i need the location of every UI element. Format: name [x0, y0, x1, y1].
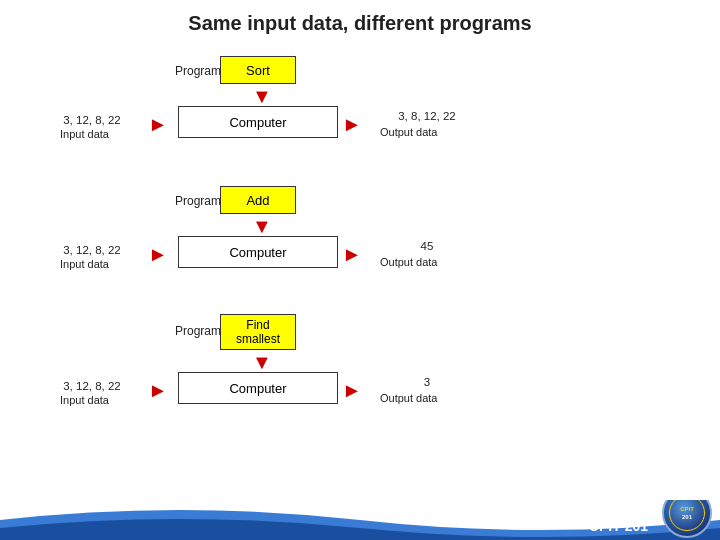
footer: CPIT 201 CPIT 201 [0, 500, 720, 540]
output-values-2: 45 [372, 240, 482, 252]
arrow-right-out-1: ► [342, 114, 362, 134]
slide-container: Same input data, different programs Prog… [0, 0, 720, 540]
diagram-area: Program Sort ▼ 3, 12, 8, 22 Input data ►… [0, 46, 720, 506]
computer-box-3: Computer [178, 372, 338, 404]
arrow-right-in-1: ► [148, 114, 168, 134]
computer-box-2: Computer [178, 236, 338, 268]
output-values-1: 3, 8, 12, 22 [372, 110, 482, 122]
arrow-right-out-2: ► [342, 244, 362, 264]
input-values-3: 3, 12, 8, 22 [52, 380, 132, 392]
arrow-down-3: ▼ [252, 352, 272, 372]
program-label-3: Program [175, 324, 221, 338]
arrow-down-2: ▼ [252, 216, 272, 236]
add-program-box: Add [220, 186, 296, 214]
cpit-logo-inner: CPIT 201 [669, 500, 705, 531]
arrow-right-in-2: ► [148, 244, 168, 264]
footer-cpit-text: CPIT 201 [589, 518, 648, 534]
arrow-right-out-3: ► [342, 380, 362, 400]
input-label-2: Input data [60, 258, 109, 270]
program-label-1: Program [175, 64, 221, 78]
slide-title: Same input data, different programs [0, 0, 720, 41]
computer-box-1: Computer [178, 106, 338, 138]
arrow-right-in-3: ► [148, 380, 168, 400]
output-label-3: Output data [380, 392, 438, 404]
program-label-2: Program [175, 194, 221, 208]
sort-program-box: Sort [220, 56, 296, 84]
output-values-3: 3 [372, 376, 482, 388]
output-label-2: Output data [380, 256, 438, 268]
input-values-1: 3, 12, 8, 22 [52, 114, 132, 126]
find-smallest-program-box: Find smallest [220, 314, 296, 350]
input-values-2: 3, 12, 8, 22 [52, 244, 132, 256]
logo-text-cpit: CPIT [680, 506, 694, 513]
logo-text-201: 201 [682, 514, 692, 520]
output-label-1: Output data [380, 126, 438, 138]
arrow-down-1: ▼ [252, 86, 272, 106]
input-label-3: Input data [60, 394, 109, 406]
input-label-1: Input data [60, 128, 109, 140]
